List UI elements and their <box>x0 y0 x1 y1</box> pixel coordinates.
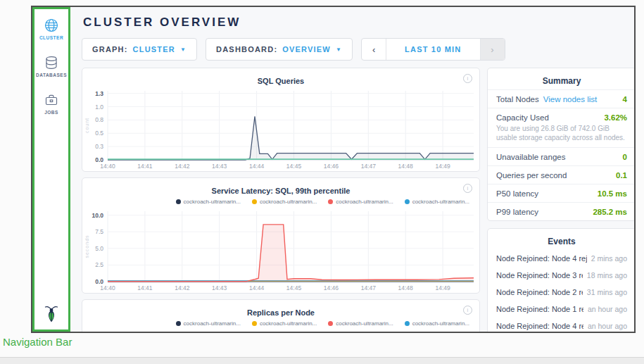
info-icon[interactable]: i <box>463 74 472 83</box>
controls-bar: GRAPH: CLUSTER ▼ DASHBOARD: OVERVIEW ▼ ‹… <box>82 38 626 61</box>
svg-text:14:42: 14:42 <box>175 163 190 170</box>
legend-dot-icon <box>405 199 410 204</box>
event-list-item[interactable]: Node Rejoined: Node 1 rej...an hour ago <box>488 301 634 318</box>
summary-row-p50-latency: P50 latency 10.5 ms <box>488 184 634 202</box>
summary-row-total-nodes: Total Nodes View nodes list 4 <box>488 89 634 108</box>
sql-queries-chart: 0.00.30.50.81.01.314:4014:4114:4214:4314… <box>82 85 479 171</box>
summary-value: 4 <box>623 95 627 103</box>
summary-title: Summary <box>488 68 634 89</box>
dashboard-dropdown-label: DASHBOARD: <box>216 45 277 54</box>
page-title: CLUSTER OVERVIEW <box>83 15 626 30</box>
chart-title: Service Latency: SQL, 99th percentile <box>212 187 351 195</box>
chart-title: SQL Queries <box>258 77 304 85</box>
legend-item[interactable]: cockroach-ultramarin... <box>252 319 317 327</box>
legend-label: cockroach-ultramarin... <box>336 199 393 205</box>
svg-text:0.8: 0.8 <box>95 116 103 123</box>
legend-label: cockroach-ultramarin... <box>184 320 241 327</box>
legend-item[interactable]: cockroach-ultramarin... <box>405 197 469 206</box>
event-list-item[interactable]: Node Rejoined: Node 3 rej...18 mins ago <box>488 267 634 284</box>
legend-label: cockroach-ultramarin... <box>412 199 469 205</box>
svg-text:14:44: 14:44 <box>249 163 265 170</box>
svg-text:14:48: 14:48 <box>398 163 414 170</box>
event-list-item[interactable]: Node Rejoined: Node 4 rej...an hour ago <box>488 318 634 332</box>
chart-title: Replicas per Node <box>247 308 315 317</box>
svg-text:0.5: 0.5 <box>95 130 103 137</box>
sql-queries-chart-card: SQL Queries i 0.00.30.50.81.01.314:4014:… <box>82 68 480 172</box>
summary-row-unavailable-ranges: Unavailable ranges 0 <box>488 147 634 165</box>
legend-item[interactable]: cockroach-ultramarin... <box>405 319 469 327</box>
sidebar-item-databases[interactable]: DATABASES <box>36 55 67 77</box>
summary-label: Total Nodes <box>496 95 539 103</box>
svg-text:count: count <box>84 118 89 133</box>
main-content: CLUSTER OVERVIEW GRAPH: CLUSTER ▼ DASHBO… <box>70 7 634 332</box>
cockroach-bug-icon <box>43 303 60 323</box>
time-range-label[interactable]: LAST 10 MIN <box>386 39 479 60</box>
time-range-selector: ‹ LAST 10 MIN › <box>361 38 505 61</box>
event-time: 31 mins ago <box>587 288 627 296</box>
event-text: Node Rejoined: Node 3 rej... <box>496 271 583 280</box>
chart-header: Replicas per Node i <box>82 300 479 317</box>
legend-label: cockroach-ultramarin... <box>260 320 317 327</box>
graph-dropdown-label: GRAPH: <box>92 45 128 54</box>
dashboard-dropdown-value: OVERVIEW <box>282 45 331 54</box>
sidebar-item-label: DATABASES <box>36 73 67 77</box>
svg-text:14:46: 14:46 <box>324 284 339 291</box>
svg-text:14:45: 14:45 <box>286 163 302 170</box>
event-list-item[interactable]: Node Rejoined: Node 2 rej...31 mins ago <box>488 284 634 301</box>
legend-item[interactable]: cockroach-ultramarin... <box>328 197 393 206</box>
legend-dot-icon <box>176 199 181 204</box>
sidebar-item-label: CLUSTER <box>39 35 63 40</box>
sidebar-item-label: JOBS <box>44 110 58 115</box>
cockroachdb-logo[interactable] <box>43 303 60 326</box>
legend-label: cockroach-ultramarin... <box>260 199 317 205</box>
legend-label: cockroach-ultramarin... <box>336 320 393 327</box>
summary-label: P99 latency <box>496 208 538 216</box>
legend-item[interactable]: cockroach-ultramarin... <box>252 197 317 206</box>
sidebar-item-cluster[interactable]: CLUSTER <box>39 18 63 40</box>
legend-item[interactable]: cockroach-ultramarin... <box>176 197 241 206</box>
svg-text:14:49: 14:49 <box>435 163 450 170</box>
svg-text:1.0: 1.0 <box>95 103 103 111</box>
legend-item[interactable]: cockroach-ultramarin... <box>176 319 241 327</box>
summary-row-capacity: Capacity Used 3.62% You are using 26.8 G… <box>488 108 634 147</box>
service-latency-chart-card: Service Latency: SQL, 99th percentile i … <box>82 177 480 294</box>
summary-label: Unavailable ranges <box>496 153 565 161</box>
dashboard-dropdown[interactable]: DASHBOARD: OVERVIEW ▼ <box>206 38 353 61</box>
summary-value: 285.2 ms <box>593 208 627 216</box>
svg-text:14:43: 14:43 <box>212 284 227 291</box>
event-list-item[interactable]: Node Rejoined: Node 4 rej...2 mins ago <box>488 250 634 267</box>
info-icon[interactable]: i <box>463 184 472 193</box>
view-nodes-list-link[interactable]: View nodes list <box>543 95 598 103</box>
graph-dropdown[interactable]: GRAPH: CLUSTER ▼ <box>82 38 197 61</box>
svg-text:14:43: 14:43 <box>212 163 227 170</box>
event-time: 18 mins ago <box>587 271 627 280</box>
sidebar-item-jobs[interactable]: JOBS <box>44 92 59 115</box>
summary-label: P50 latency <box>496 189 538 198</box>
svg-text:14:45: 14:45 <box>286 284 302 291</box>
chevron-down-icon: ▼ <box>336 46 342 53</box>
svg-text:seconds: seconds <box>84 234 89 258</box>
event-time: an hour ago <box>588 305 627 313</box>
event-text: Node Rejoined: Node 1 rej... <box>496 305 583 313</box>
summary-value: 0.1 <box>616 171 627 180</box>
summary-value: 10.5 ms <box>598 189 627 198</box>
time-range-prev-button[interactable]: ‹ <box>362 39 386 60</box>
summary-panel: Summary Total Nodes View nodes list 4 Ca… <box>487 68 634 221</box>
event-time: an hour ago <box>588 322 627 330</box>
svg-text:14:40: 14:40 <box>100 284 115 291</box>
legend-label: cockroach-ultramarin... <box>184 199 241 205</box>
legend-dot-icon <box>252 321 257 326</box>
info-icon[interactable]: i <box>463 306 472 315</box>
legend-dot-icon <box>252 199 257 204</box>
right-column: Summary Total Nodes View nodes list 4 Ca… <box>487 68 634 332</box>
legend-dot-icon <box>328 321 333 326</box>
summary-value: 0 <box>623 153 627 161</box>
svg-text:14:47: 14:47 <box>361 284 377 291</box>
svg-text:14:47: 14:47 <box>361 163 377 170</box>
svg-text:2.5: 2.5 <box>95 261 103 268</box>
legend-item[interactable]: cockroach-ultramarin... <box>328 319 393 327</box>
svg-text:10.0: 10.0 <box>91 212 103 219</box>
summary-row-queries-per-second: Queries per second 0.1 <box>488 165 634 184</box>
event-text: Node Rejoined: Node 4 rej... <box>496 322 583 330</box>
summary-row-p99-latency: P99 latency 285.2 ms <box>488 202 634 220</box>
